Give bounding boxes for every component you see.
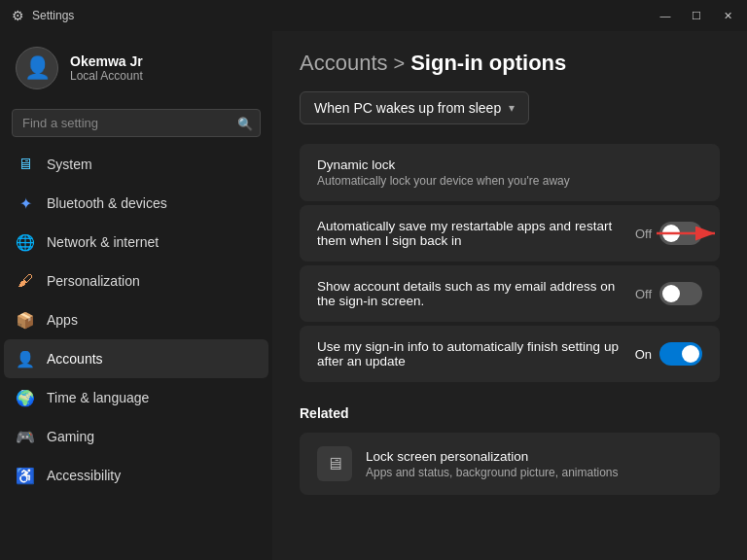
related-text-lock-screen: Lock screen personalization Apps and sta… bbox=[366, 449, 619, 479]
setting-row-dynamic-lock: Dynamic lock Automatically lock your dev… bbox=[300, 144, 720, 201]
toggle-restartable-apps[interactable] bbox=[659, 222, 702, 245]
content-area: Accounts > Sign-in options When PC wakes… bbox=[272, 31, 747, 560]
minimize-button[interactable]: — bbox=[658, 10, 673, 22]
sidebar-item-label-gaming: Gaming bbox=[47, 429, 94, 444]
sidebar-item-time[interactable]: 🌍 Time & language bbox=[4, 378, 268, 417]
sidebar-item-bluetooth[interactable]: ✦ Bluetooth & devices bbox=[4, 184, 268, 223]
accessibility-icon: ♿ bbox=[16, 466, 35, 485]
sidebar-item-network[interactable]: 🌐 Network & internet bbox=[4, 223, 268, 262]
maximize-button[interactable]: ☐ bbox=[689, 10, 704, 22]
sidebar-item-system[interactable]: 🖥 System bbox=[4, 145, 268, 184]
sleep-dropdown-label: When PC wakes up from sleep bbox=[314, 100, 501, 116]
sidebar-item-label-apps: Apps bbox=[47, 312, 78, 328]
avatar-icon: 👤 bbox=[24, 55, 51, 81]
settings-section: Dynamic lock Automatically lock your dev… bbox=[300, 144, 720, 382]
titlebar-title: Settings bbox=[32, 9, 74, 22]
settings-icon: ⚙ bbox=[12, 8, 24, 23]
titlebar: ⚙ Settings — ☐ ✕ bbox=[0, 0, 747, 31]
lock-screen-icon: 🖥 bbox=[317, 446, 352, 481]
setting-row-sign-in-info: Use my sign-in info to automatically fin… bbox=[300, 326, 720, 382]
toggle-group-account-details: Off bbox=[635, 282, 702, 305]
breadcrumb-separator: > bbox=[394, 52, 406, 75]
sidebar-item-label-personalization: Personalization bbox=[47, 273, 140, 289]
breadcrumb-current: Sign-in options bbox=[410, 51, 566, 76]
sidebar-item-personalization[interactable]: 🖌 Personalization bbox=[4, 262, 268, 300]
avatar: 👤 bbox=[16, 47, 58, 89]
accounts-icon: 👤 bbox=[16, 349, 35, 368]
sidebar-item-label-accounts: Accounts bbox=[47, 351, 103, 367]
page-header: Accounts > Sign-in options When PC wakes… bbox=[300, 51, 720, 124]
setting-text-account-details: Show account details such as my email ad… bbox=[317, 279, 635, 308]
chevron-down-icon: ▾ bbox=[509, 101, 515, 115]
breadcrumb-parent[interactable]: Accounts bbox=[300, 51, 388, 76]
toggle-account-details[interactable] bbox=[659, 282, 702, 305]
system-icon: 🖥 bbox=[16, 155, 35, 174]
toggle-knob-account-details bbox=[662, 285, 680, 302]
setting-desc-dynamic-lock: Automatically lock your device when you'… bbox=[317, 174, 570, 188]
user-type: Local Account bbox=[70, 69, 143, 83]
sidebar-item-label-accessibility: Accessibility bbox=[47, 468, 121, 483]
related-title: Related bbox=[300, 405, 720, 421]
setting-title-dynamic-lock: Dynamic lock bbox=[317, 158, 570, 172]
related-item-title-lock-screen: Lock screen personalization bbox=[366, 449, 619, 464]
sidebar-item-accounts[interactable]: 👤 Accounts bbox=[4, 339, 268, 378]
apps-icon: 📦 bbox=[16, 310, 35, 330]
gaming-icon: 🎮 bbox=[16, 427, 35, 446]
user-info: Okemwa Jr Local Account bbox=[70, 53, 143, 83]
titlebar-controls: — ☐ ✕ bbox=[658, 10, 735, 22]
personalization-icon: 🖌 bbox=[16, 271, 35, 291]
sidebar: 👤 Okemwa Jr Local Account 🔍 🖥 System ✦ B… bbox=[0, 31, 272, 560]
bluetooth-icon: ✦ bbox=[16, 193, 35, 213]
search-box: 🔍 bbox=[12, 109, 261, 137]
sidebar-item-label-time: Time & language bbox=[47, 390, 149, 405]
setting-text-dynamic-lock: Dynamic lock Automatically lock your dev… bbox=[317, 158, 570, 188]
setting-title-sign-in-info: Use my sign-in info to automatically fin… bbox=[317, 339, 635, 368]
setting-text-sign-in-info: Use my sign-in info to automatically fin… bbox=[317, 339, 635, 368]
nav-list: 🖥 System ✦ Bluetooth & devices 🌐 Network… bbox=[0, 145, 272, 495]
related-section: Related 🖥 Lock screen personalization Ap… bbox=[300, 405, 720, 495]
setting-title-restartable-apps: Automatically save my restartable apps a… bbox=[317, 219, 635, 248]
toggle-label-sign-in-info: On bbox=[635, 347, 652, 362]
sidebar-item-label-bluetooth: Bluetooth & devices bbox=[47, 195, 167, 211]
user-section[interactable]: 👤 Okemwa Jr Local Account bbox=[0, 35, 272, 101]
time-icon: 🌍 bbox=[16, 388, 35, 407]
search-input[interactable] bbox=[12, 109, 261, 137]
related-item-desc-lock-screen: Apps and status, background picture, ani… bbox=[366, 466, 619, 479]
toggle-knob-restartable-apps bbox=[662, 225, 680, 242]
setting-title-account-details: Show account details such as my email ad… bbox=[317, 279, 635, 308]
setting-row-account-details: Show account details such as my email ad… bbox=[300, 265, 720, 322]
breadcrumb: Accounts > Sign-in options bbox=[300, 51, 720, 76]
sidebar-item-label-system: System bbox=[47, 157, 92, 172]
toggle-group-sign-in-info: On bbox=[635, 342, 702, 366]
titlebar-left: ⚙ Settings bbox=[12, 8, 74, 23]
toggle-label-restartable-apps: Off bbox=[635, 227, 652, 241]
network-icon: 🌐 bbox=[16, 232, 35, 252]
app-body: 👤 Okemwa Jr Local Account 🔍 🖥 System ✦ B… bbox=[0, 31, 747, 560]
toggle-sign-in-info[interactable] bbox=[659, 342, 702, 366]
toggle-knob-sign-in-info bbox=[682, 345, 699, 363]
sidebar-item-label-network: Network & internet bbox=[47, 234, 159, 250]
sleep-dropdown[interactable]: When PC wakes up from sleep ▾ bbox=[300, 91, 529, 124]
setting-row-restartable-apps: Automatically save my restartable apps a… bbox=[300, 205, 720, 262]
sidebar-item-gaming[interactable]: 🎮 Gaming bbox=[4, 417, 268, 456]
search-icon[interactable]: 🔍 bbox=[237, 116, 253, 130]
user-name: Okemwa Jr bbox=[70, 53, 143, 69]
sidebar-item-accessibility[interactable]: ♿ Accessibility bbox=[4, 456, 268, 495]
related-item-lock-screen[interactable]: 🖥 Lock screen personalization Apps and s… bbox=[300, 433, 720, 495]
close-button[interactable]: ✕ bbox=[720, 10, 735, 22]
setting-text-restartable-apps: Automatically save my restartable apps a… bbox=[317, 219, 635, 248]
toggle-group-restartable-apps: Off bbox=[635, 222, 702, 245]
toggle-label-account-details: Off bbox=[635, 287, 652, 301]
sidebar-item-apps[interactable]: 📦 Apps bbox=[4, 300, 268, 339]
